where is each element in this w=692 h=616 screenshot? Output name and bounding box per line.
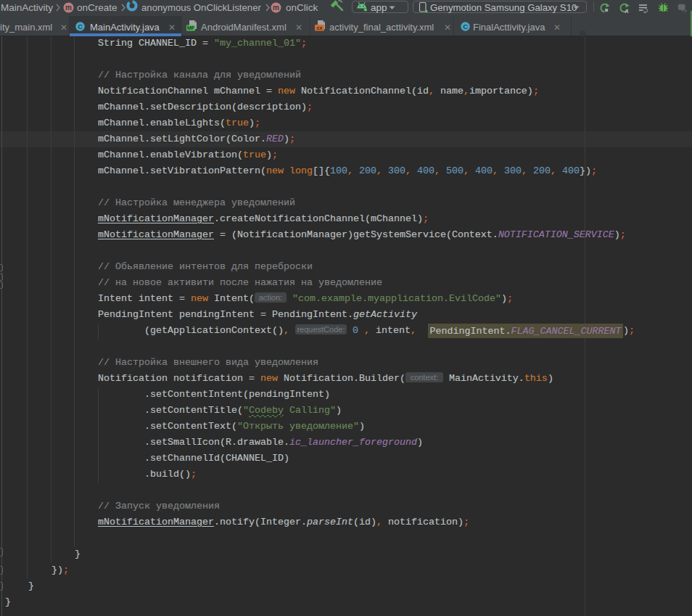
svg-text:m: m [65,4,72,12]
svg-text:C: C [78,22,83,30]
svg-text:C: C [463,22,468,30]
svg-text:cx: cx [317,25,323,30]
svg-text:MF: MF [187,25,195,30]
svg-text:A: A [625,8,629,14]
svg-text:m: m [273,4,279,12]
